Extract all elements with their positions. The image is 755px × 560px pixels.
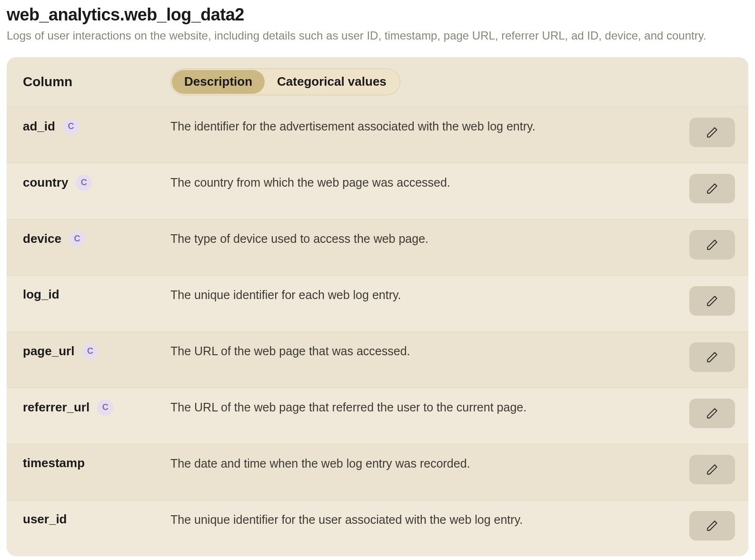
columns-list: ad_id C The identifier for the advertise… xyxy=(7,107,748,556)
categorical-badge: C xyxy=(69,231,85,247)
column-name-cell: device C xyxy=(23,230,170,247)
pencil-icon xyxy=(706,520,718,532)
categorical-badge: C xyxy=(63,119,79,135)
pencil-icon xyxy=(706,239,718,251)
dataset-title: web_analytics.web_log_data2 xyxy=(7,5,748,25)
page-root: web_analytics.web_log_data2 Logs of user… xyxy=(0,0,755,556)
column-name: timestamp xyxy=(23,456,85,470)
column-row: referrer_url C The URL of the web page t… xyxy=(7,388,748,444)
column-name: ad_id xyxy=(23,119,55,134)
column-row: user_id The unique identifier for the us… xyxy=(7,500,748,556)
tab-categorical-values[interactable]: Categorical values xyxy=(265,70,399,94)
column-actions xyxy=(683,455,735,484)
column-header-label: Column xyxy=(23,74,170,90)
tab-description[interactable]: Description xyxy=(172,70,265,94)
column-name: page_url xyxy=(23,344,74,359)
column-description: The identifier for the advertisement ass… xyxy=(170,118,683,135)
column-row: country C The country from which the web… xyxy=(7,163,748,219)
view-tab-group: Description Categorical values xyxy=(170,69,400,95)
categorical-badge: C xyxy=(82,343,98,360)
edit-button[interactable] xyxy=(689,286,735,316)
pencil-icon xyxy=(706,463,718,476)
edit-button[interactable] xyxy=(689,118,735,147)
column-name-cell: ad_id C xyxy=(23,118,170,135)
dataset-subtitle: Logs of user interactions on the website… xyxy=(7,28,748,44)
pencil-icon xyxy=(706,182,718,195)
columns-panel: Column Description Categorical values ad… xyxy=(7,57,748,556)
pencil-icon xyxy=(706,407,718,420)
column-actions xyxy=(683,286,735,316)
column-name-cell: country C xyxy=(23,174,170,191)
pencil-icon xyxy=(706,295,718,307)
column-name-cell: user_id xyxy=(23,511,170,527)
edit-button[interactable] xyxy=(689,511,735,540)
column-description: The type of device used to access the we… xyxy=(170,230,683,247)
edit-button[interactable] xyxy=(689,174,735,203)
column-row: device C The type of device used to acce… xyxy=(7,219,748,275)
column-actions xyxy=(683,230,735,260)
pencil-icon xyxy=(706,351,718,363)
column-name: log_id xyxy=(23,287,60,302)
column-description: The unique identifier for the user assoc… xyxy=(170,511,683,528)
categorical-badge: C xyxy=(76,175,92,191)
column-actions xyxy=(683,399,735,428)
column-description: The date and time when the web log entry… xyxy=(170,455,683,472)
categorical-badge: C xyxy=(97,400,113,416)
column-name: device xyxy=(23,231,61,246)
column-description: The URL of the web page that referred th… xyxy=(170,399,683,416)
pencil-icon xyxy=(706,126,718,139)
column-row: log_id The unique identifier for each we… xyxy=(7,275,748,331)
edit-button[interactable] xyxy=(689,455,735,484)
column-name-cell: log_id xyxy=(23,286,170,302)
column-actions xyxy=(683,342,735,372)
column-actions xyxy=(683,118,735,147)
columns-panel-header: Column Description Categorical values xyxy=(7,57,748,107)
column-actions xyxy=(683,511,735,540)
edit-button[interactable] xyxy=(689,342,735,372)
column-row: page_url C The URL of the web page that … xyxy=(7,331,748,388)
column-name-cell: timestamp xyxy=(23,455,170,470)
column-description: The country from which the web page was … xyxy=(170,174,683,191)
column-name-cell: page_url C xyxy=(23,342,170,360)
column-name: referrer_url xyxy=(23,400,89,415)
edit-button[interactable] xyxy=(689,399,735,428)
column-description: The URL of the web page that was accesse… xyxy=(170,342,683,360)
edit-button[interactable] xyxy=(689,230,735,260)
column-row: timestamp The date and time when the web… xyxy=(7,444,748,500)
column-name: user_id xyxy=(23,512,67,527)
column-row: ad_id C The identifier for the advertise… xyxy=(7,107,748,163)
column-name-cell: referrer_url C xyxy=(23,399,170,416)
column-name: country xyxy=(23,175,68,190)
column-actions xyxy=(683,174,735,203)
column-description: The unique identifier for each web log e… xyxy=(170,286,683,303)
